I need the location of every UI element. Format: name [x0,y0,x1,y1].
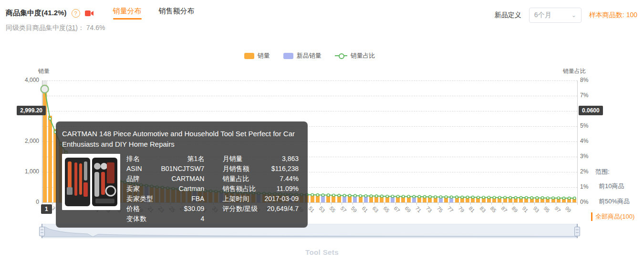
bar-rank-53[interactable] [321,195,325,202]
legend-item-new-product-sales[interactable]: 新品销量 [283,51,322,60]
bar-rank-89[interactable] [514,198,518,202]
datazoom-right-handle[interactable] [574,227,580,236]
right-axis-tick: 3% [580,153,588,160]
bar-rank-97[interactable] [557,198,561,202]
legend-item-sales-share[interactable]: 销量占比 [335,51,375,60]
tooltip-field-row: 上架时间2017-03-09 [222,194,299,204]
bar-rank-90[interactable] [519,198,523,202]
bar-rank-86[interactable] [498,197,501,202]
bar-rank-60[interactable] [359,196,363,202]
datazoom-left-handle[interactable] [39,227,45,236]
bar-rank-88[interactable] [509,198,512,202]
bar-rank-94[interactable] [540,198,544,202]
bar-rank-96[interactable] [551,198,555,202]
bar-rank-57[interactable] [343,195,346,202]
bar-rank-64[interactable] [380,196,384,202]
tooltip-body: 排名第1名ASINB01NCJTSW7品牌CARTMAN卖家Cartman卖家类… [62,154,299,224]
range-item-all[interactable]: 全部商品(100) [591,212,634,221]
bar-rank-69[interactable] [407,196,411,202]
tooltip-field-row: 月销量3,863 [222,154,299,164]
tab-sales-volume-distribution[interactable]: 销量分布 [113,7,142,20]
x-axis-label: 85 [489,205,498,213]
x-axis-tick [374,202,374,205]
bar-rank-72[interactable] [423,197,426,202]
range-item-top50pct[interactable]: 前50%商品 [595,197,634,206]
bar-rank-82[interactable] [476,197,480,202]
bar-rank-80[interactable] [466,197,469,202]
bar-rank-62[interactable] [369,196,373,202]
bar-rank-52[interactable] [316,195,320,202]
bar-rank-71[interactable] [417,196,421,202]
tooltip-field-value: 第1名 [187,154,205,164]
product-concentration-panel: 商品集中度(41.2%) ? 销量分布 销售额分布 同级类目商品集中度(31)：… [0,0,644,271]
x-axis-tick [353,202,353,205]
bar-rank-100[interactable] [572,198,576,202]
bar-rank-54[interactable] [326,195,330,202]
subtitle-suffix: )： [75,24,84,31]
bar-rank-93[interactable] [535,198,539,202]
bar-rank-1[interactable] [43,85,47,202]
tooltip-field-row: 卖家类型FBA [126,194,204,204]
x-axis-tick [459,202,460,205]
bar-rank-99[interactable] [567,198,571,202]
video-tutorial-icon[interactable] [85,10,94,17]
bar-rank-83[interactable] [482,197,486,202]
x-axis-label: 79 [457,205,465,213]
tab-sales-revenue-distribution[interactable]: 销售额分布 [159,7,195,20]
bar-rank-58[interactable] [348,195,352,202]
x-axis-tick [342,202,342,205]
bar-rank-75[interactable] [439,197,443,202]
x-axis-tick [470,202,471,205]
bar-rank-79[interactable] [460,197,464,202]
right-axis-tick: 1% [580,183,588,190]
period-dropdown[interactable]: 6个月 ⌄ [529,8,582,23]
bar-rank-2[interactable] [48,116,52,202]
bar-rank-76[interactable] [444,197,448,202]
x-axis-tick [52,202,53,205]
x-axis-tick [567,202,567,205]
legend-item-sales[interactable]: 销量 [244,51,270,60]
left-axis-tick: 2,000 [10,138,39,144]
bar-rank-92[interactable] [530,198,534,202]
bar-rank-84[interactable] [487,197,491,202]
bar-rank-91[interactable] [524,198,528,202]
tooltip-field-row: 评分数/星级20,649/4.7 [222,204,299,214]
subtitle-count-link[interactable]: 31 [68,24,76,31]
x-axis-tick [406,202,406,205]
help-icon[interactable]: ? [72,9,80,18]
subtitle-value: 74.6% [86,24,105,31]
bar-rank-56[interactable] [337,195,341,202]
bar-rank-87[interactable] [503,197,507,202]
x-axis-tick [545,202,546,205]
bar-rank-63[interactable] [374,196,378,202]
bar-rank-85[interactable] [492,197,496,202]
tooltip-field-row: 品牌CARTMAN [126,174,204,184]
legend-label: 销量 [258,51,270,60]
bar-rank-77[interactable] [449,197,453,202]
x-axis-tick [384,202,385,205]
tooltip-field-label: 卖家类型 [126,194,153,204]
tooltip-field-row: 销量占比7.44% [222,174,299,184]
bar-rank-51[interactable] [311,194,314,202]
x-axis-label: 57 [339,205,347,213]
bar-rank-73[interactable] [428,197,432,202]
bar-rank-65[interactable] [385,196,389,202]
right-axis-tick: 2% [580,168,588,175]
tooltip-field-value: CARTMAN [171,174,204,184]
bar-rank-70[interactable] [412,196,416,202]
range-item-top10[interactable]: 前10商品 [595,182,634,191]
bar-rank-78[interactable] [455,197,459,202]
x-axis-tick [320,202,321,205]
bar-rank-98[interactable] [562,198,566,202]
bar-rank-95[interactable] [546,198,550,202]
bar-rank-74[interactable] [434,197,437,202]
bar-rank-66[interactable] [391,196,395,202]
bar-rank-59[interactable] [353,195,357,202]
bar-rank-67[interactable] [396,196,400,202]
bar-rank-68[interactable] [401,196,405,202]
x-axis-label: 65 [382,205,390,213]
bar-rank-81[interactable] [471,197,475,202]
bar-rank-61[interactable] [364,196,368,202]
legend-label: 销量占比 [351,51,375,60]
bar-rank-55[interactable] [332,195,335,202]
